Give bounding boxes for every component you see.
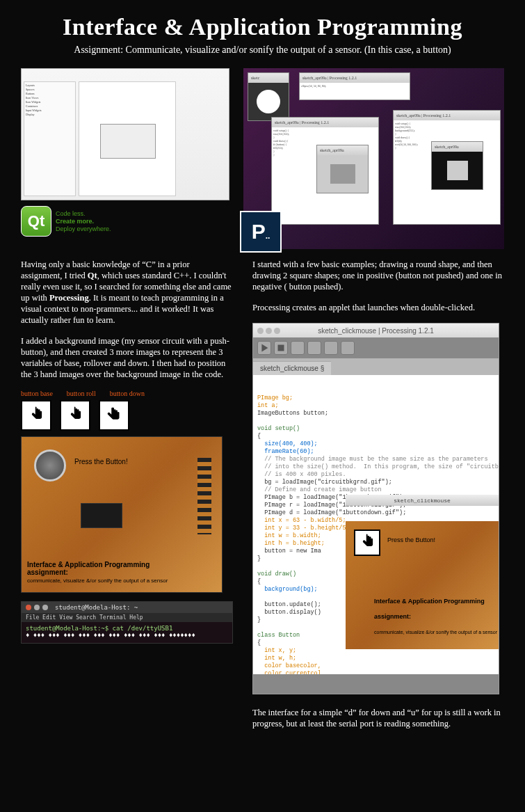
circuit-heading: Interface & Application Programming <box>27 561 150 568</box>
terminal-body[interactable]: student@Modela-Host:~$ cat /dev/ttyUSB1 … <box>22 622 232 643</box>
qt-dialog-preview <box>100 124 156 159</box>
page-subtitle: Assignment: Communicate, visualize and/o… <box>21 45 504 56</box>
terminal-title-text: student@Modela-Host: ~ <box>55 604 138 611</box>
left-paragraph-1: Having only a basic knowledge of “C” in … <box>21 259 233 326</box>
applet-window: sketch_clickmouse Press the Button! Inte… <box>346 479 499 619</box>
ide-max-icon[interactable] <box>274 328 280 334</box>
applet-circuit-image: Press the Button! Interface & Applicatio… <box>346 521 499 649</box>
ide-export-button[interactable] <box>341 341 355 355</box>
button-state-labels: button base button roll button down <box>21 390 233 397</box>
svg-marker-0 <box>261 344 268 352</box>
processing-ide-window: sketch_clickmouse | Processing 1.2.1 ske… <box>252 323 499 694</box>
left-column: Having only a basic knowledge of “C” in … <box>21 259 233 729</box>
circuit-pins <box>197 458 211 534</box>
terminal-window: student@Modela-Host: ~ File Edit View Se… <box>21 601 233 644</box>
terminal-line-1: student@Modela-Host:~$ cat /dev/ttyUSB1 <box>26 625 228 632</box>
qt-tagline: Code less. Create more. Deploy everywher… <box>56 210 111 233</box>
processing-output-title: sketc <box>248 73 289 83</box>
processing-output-graysquare: sketch_apr09a <box>316 145 369 193</box>
label-button-down: button down <box>110 390 145 397</box>
ide-run-button[interactable] <box>257 341 271 355</box>
terminal-menubar[interactable]: File Edit View Search Terminal Help <box>22 613 232 622</box>
ide-tab[interactable]: sketch_clickmouse § <box>253 361 331 375</box>
hand-down-icon <box>99 400 129 431</box>
right-column: I started with a few basic examples; dra… <box>252 259 504 729</box>
circuit-chip <box>81 503 122 528</box>
circuit-push-button <box>34 449 66 481</box>
applet-titlebar: sketch_clickmouse <box>346 495 499 506</box>
ide-toolbar <box>253 337 499 358</box>
right-paragraph-2: Processing creates an applet that launch… <box>252 302 504 313</box>
applet-hand-icon[interactable] <box>354 530 380 556</box>
qt-logo-icon: Qt <box>21 206 51 237</box>
ide-titlebar: sketch_clickmouse | Processing 1.2.1 <box>253 324 499 337</box>
bottom-paragraph: The interface for a simple “d” for down … <box>252 707 504 729</box>
circle-canvas <box>248 83 289 120</box>
processing-output-circle: sketc <box>248 72 289 121</box>
qt-screenshot-area: LayoutsSpacersButtonsItem ViewsItem Widg… <box>21 68 229 228</box>
label-button-roll: button roll <box>67 390 96 397</box>
ide-stop-button[interactable] <box>274 341 288 355</box>
processing-screenshot-area: sketc sketch_apr09a | Processing 1.2.1 e… <box>243 68 504 249</box>
terminal-close-icon[interactable] <box>26 605 31 610</box>
terminal-min-icon[interactable] <box>34 605 40 610</box>
label-button-base: button base <box>21 390 53 397</box>
ide-new-button[interactable] <box>291 341 305 355</box>
svg-rect-1 <box>278 345 284 351</box>
processing-logo-icon: P.. <box>240 211 282 253</box>
ide-close-icon[interactable] <box>257 328 264 334</box>
terminal-titlebar: student@Modela-Host: ~ <box>22 602 232 613</box>
processing-output-blacksquare: sketch_apr09a <box>431 141 483 190</box>
left-paragraph-2: I added a background image (my sensor ci… <box>21 335 233 380</box>
ide-open-button[interactable] <box>307 341 321 355</box>
terminal-line-2: ♦ ♦♦♦ ♦♦♦ ♦♦♦ ♦♦♦ ♦♦♦ ♦♦♦ ♦♦♦ ♦♦♦ ♦♦♦ ♦♦… <box>26 632 228 639</box>
terminal-max-icon[interactable] <box>42 605 48 610</box>
right-paragraph-1: I started with a few basic examples; dra… <box>252 259 504 292</box>
ide-status-bar <box>253 674 499 694</box>
processing-ide-small-1: sketch_apr09a | Processing 1.2.1 ellipse… <box>299 72 410 100</box>
circuit-sub2: communicate, visualize &/or sonify the o… <box>27 578 168 584</box>
press-button-label: Press the Button! <box>74 458 128 465</box>
hand-roll-icon <box>60 400 90 431</box>
hand-base-icon <box>21 400 51 431</box>
qt-canvas <box>79 81 176 196</box>
qt-sidebar: LayoutsSpacersButtonsItem ViewsItem Widg… <box>24 81 76 196</box>
qt-tagline-2: Create more. <box>56 218 94 225</box>
hand-icon-row <box>21 400 233 431</box>
ide-code-editor[interactable]: PImage bg; int a; ImageButtons button; v… <box>253 375 499 674</box>
qt-tagline-1: Code less. <box>56 210 86 217</box>
ide-title-text: sketch_clickmouse | Processing 1.2.1 <box>318 327 434 335</box>
ide-save-button[interactable] <box>324 341 338 355</box>
qt-designer-window: LayoutsSpacersButtonsItem ViewsItem Widg… <box>21 68 229 200</box>
applet-caption: Interface & Application Programming assi… <box>350 590 497 644</box>
ide-min-icon[interactable] <box>266 328 272 334</box>
qt-tagline-3: Deploy everywhere. <box>56 225 111 232</box>
circuit-sub1: assignment: <box>27 568 68 576</box>
applet-press-label: Press the Button! <box>387 536 435 544</box>
top-image-row: LayoutsSpacersButtonsItem ViewsItem Widg… <box>21 68 504 249</box>
page-title: Interface & Application Programming <box>21 14 504 40</box>
circuit-caption: Interface & Application Programming assi… <box>27 561 168 584</box>
circuit-image-left: Press the Button! Interface & Applicatio… <box>21 436 223 593</box>
